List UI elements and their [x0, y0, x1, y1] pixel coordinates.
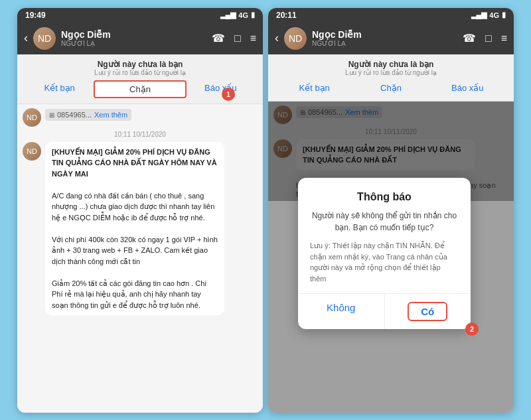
left-status-icons: ▂▄▆ 4G ▮ — [220, 11, 255, 19]
right-battery-icon: ▮ — [502, 11, 506, 19]
left-phone-badge-area: ⊞ 0854965... Xem thêm — [45, 108, 131, 124]
right-status-bar: 20:11 ▂▄▆ 4G ▮ — [268, 8, 514, 23]
right-chat-header: ‹ ND Ngọc Diễm NGƯỜI LẠ ☎ □ ≡ — [268, 23, 514, 54]
left-time-divider: 10:11 10/11/2020 — [23, 131, 258, 138]
left-friend-btn[interactable]: Kết bạn — [25, 80, 94, 98]
right-contact-name: Ngọc Diễm — [312, 29, 457, 40]
left-message-bubble: [KHUYẾN MẠI] GIẢM 20% PHÍ DỊCH VỤ ĐĂNG T… — [45, 142, 224, 316]
right-header-info: Ngọc Diễm NGƯỜI LẠ — [312, 29, 457, 47]
right-call-icon[interactable]: ☎ — [463, 32, 476, 44]
right-video-icon[interactable]: □ — [485, 33, 492, 44]
left-stranger-title: Người này chưa là bạn — [25, 60, 255, 69]
right-signal-icon: ▂▄▆ — [471, 11, 487, 19]
left-menu-icon[interactable]: ≡ — [250, 33, 256, 44]
left-msg-avatar: ND — [23, 108, 41, 127]
left-chat-body: ND ⊞ 0854965... Xem thêm 10:11 10/11/202… — [17, 104, 263, 413]
right-step-badge: 2 — [465, 322, 479, 336]
left-block-btn[interactable]: Chặn — [94, 80, 186, 98]
left-call-icon[interactable]: ☎ — [212, 32, 225, 44]
left-back-button[interactable]: ‹ — [24, 31, 28, 45]
right-dialog-body: Người này sẽ không thể gửi tin nhắn cho … — [310, 210, 459, 234]
right-dialog-confirm[interactable]: Có — [385, 294, 471, 329]
left-msg-text: A/C đang có nhà đất cần bán ( cho thuê ,… — [52, 192, 214, 222]
left-header-avatar: ND — [33, 27, 56, 50]
left-contact-subtitle: NGƯỜI LẠ — [61, 40, 206, 47]
left-avatar-placeholder: ND — [33, 27, 56, 50]
left-phone: 19:49 ▂▄▆ 4G ▮ ‹ ND Ngọc Diễm NGƯỜI LẠ ☎… — [17, 8, 263, 413]
left-contact-name: Ngọc Diễm — [61, 29, 206, 40]
left-stranger-subtitle: Lưu ý rủi ro lừa đảo từ người lạ — [25, 69, 255, 76]
right-stranger-banner: Người này chưa là bạn Lưu ý rủi ro lừa đ… — [268, 54, 514, 102]
right-stranger-subtitle: Lưu ý rủi ro lừa đảo từ người lạ — [276, 69, 506, 76]
right-network-label: 4G — [489, 11, 499, 19]
right-menu-icon[interactable]: ≡ — [501, 33, 507, 44]
right-friend-btn[interactable]: Kết bạn — [276, 80, 352, 96]
right-dialog-box: Thông báo Người này sẽ không thể gửi tin… — [298, 178, 471, 329]
left-msg-bold: [KHUYẾN MẠI] GIẢM 20% PHÍ DỊCH VỤ ĐĂNG T… — [52, 148, 217, 178]
left-stranger-actions: Kết bạn Chặn Báo xấu — [25, 80, 255, 98]
right-body-wrapper: ND ⊞ 0854965... Xem thêm 10:11 10/11/202… — [268, 102, 514, 413]
left-msg-text2: Với chi phí 400k còn 320k có ngay 1 gói … — [52, 236, 218, 265]
right-header-avatar: ND — [284, 27, 307, 50]
right-status-icons: ▂▄▆ 4G ▮ — [471, 11, 506, 19]
right-dialog-overlay: Thông báo Người này sẽ không thể gửi tin… — [268, 102, 514, 413]
right-dialog-note: Lưu ý: Thiết lập này chặn TIN NHẮN. Để c… — [310, 240, 459, 284]
left-header-icons: ☎ □ ≡ — [212, 32, 256, 44]
left-video-icon[interactable]: □ — [234, 33, 241, 44]
left-header-info: Ngọc Diễm NGƯỜI LẠ — [61, 29, 206, 47]
left-status-bar: 19:49 ▂▄▆ 4G ▮ — [17, 8, 263, 23]
right-stranger-actions: Kết bạn Chặn Báo xấu — [276, 80, 506, 96]
left-phone-row: ND ⊞ 0854965... Xem thêm — [23, 108, 258, 127]
right-back-button[interactable]: ‹ — [275, 31, 279, 45]
right-dialog-wrapper: Thông báo Người này sẽ không thể gửi tin… — [298, 178, 484, 336]
left-chat-header: ‹ ND Ngọc Diễm NGƯỜI LẠ ☎ □ ≡ — [17, 23, 263, 54]
right-dialog-title: Thông báo — [310, 191, 459, 203]
left-signal-icon: ▂▄▆ — [220, 11, 236, 19]
right-avatar-placeholder: ND — [284, 27, 307, 50]
left-xem-them[interactable]: Xem thêm — [94, 111, 127, 119]
left-battery-icon: ▮ — [251, 11, 255, 19]
right-header-icons: ☎ □ ≡ — [463, 32, 507, 44]
left-step-badge: 1 — [222, 88, 235, 101]
right-time: 20:11 — [276, 11, 297, 20]
left-report-btn[interactable]: Báo xấu — [187, 80, 255, 98]
right-block-btn[interactable]: Chặn — [352, 80, 429, 96]
right-report-btn[interactable]: Báo xấu — [429, 80, 506, 96]
left-msg-avatar2: ND — [23, 142, 41, 161]
right-contact-subtitle: NGƯỜI LẠ — [312, 40, 457, 47]
right-phone: 20:11 ▂▄▆ 4G ▮ ‹ ND Ngọc Diễm NGƯỜI LẠ ☎… — [268, 8, 514, 413]
left-message-row: ND [KHUYẾN MẠI] GIẢM 20% PHÍ DỊCH VỤ ĐĂN… — [23, 142, 258, 316]
left-phone-badge: ⊞ 0854965... Xem thêm — [45, 109, 131, 121]
left-time: 19:49 — [25, 11, 46, 20]
left-msg-text3: Giảm 20% tất cả các gói đăng tin cao hơn… — [52, 279, 206, 309]
left-grid-icon: ⊞ — [49, 111, 54, 119]
left-network-label: 4G — [238, 11, 248, 19]
right-stranger-title: Người này chưa là bạn — [276, 60, 506, 69]
